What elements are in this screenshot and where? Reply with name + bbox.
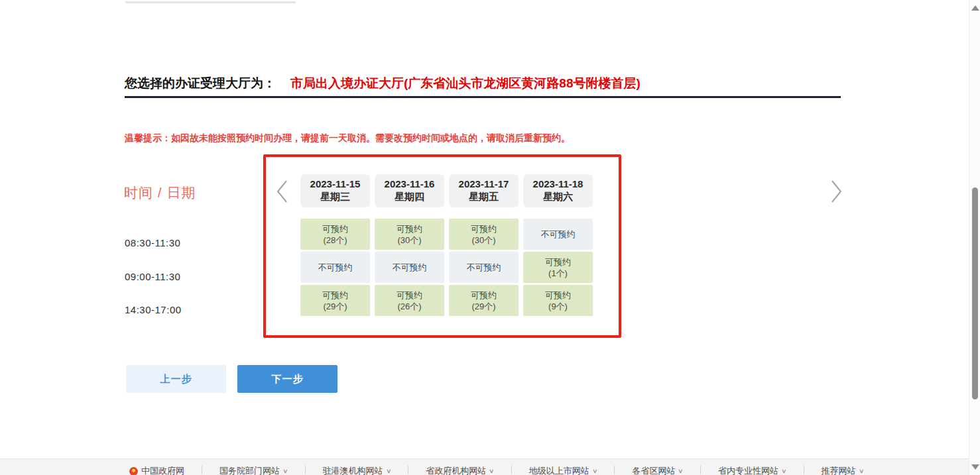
chevron-down-icon: ∨ [489,468,495,474]
slot-status-text: 可预约 [322,290,348,301]
date-text: 2023-11-15 [300,178,370,189]
footer-link-label: 中国政府网 [141,465,184,475]
time-date-axis-label: 时间 / 日期 [124,184,196,202]
hall-selection-value: 市局出入境办证大厅(广东省汕头市龙湖区黄河路88号附楼首层) [290,76,641,90]
slot-status-text: 可预约 [545,256,571,268]
slot-count-text: (28个) [323,235,347,246]
time-slot-label: 08:30-11:30 [125,237,180,248]
time-slot-label: 09:00-11:30 [125,271,180,282]
footer-link-label: 驻港澳机构网站 [323,465,383,475]
slot-count-text: (30个) [471,235,495,246]
date-text: 2023-11-17 [449,178,519,189]
slot-available-cell[interactable]: 可预约(1个) [523,252,593,283]
date-text: 2023-11-16 [375,178,444,189]
date-header: 2023-11-17星期五 [449,174,519,207]
slot-unavailable-cell: 不可预约 [375,252,444,283]
slot-available-cell[interactable]: 可预约(28个) [300,219,370,250]
footer-link-bar: 中国政府网国务院部门网站∨驻港澳机构网站∨省政府机构网站∨地级以上市网站∨各省区… [0,458,969,475]
chevron-down-icon: ∨ [781,468,787,474]
footer-link-7[interactable]: 省内专业性网站∨ [718,465,786,475]
slot-status-text: 可预约 [397,223,422,235]
slot-count-text: (26个) [397,301,421,312]
chevron-down-icon: ∨ [678,468,684,474]
date-header: 2023-11-16星期四 [375,174,444,207]
footer-link-5[interactable]: 地级以上市网站∨ [529,465,597,475]
date-header: 2023-11-18星期六 [523,174,593,207]
footer-link-label: 省内专业性网站 [718,465,778,475]
slot-available-cell[interactable]: 可预约(9个) [523,285,593,316]
top-divider [125,1,296,3]
footer-separator [305,466,306,474]
footer-link-1[interactable]: 中国政府网 [129,465,184,475]
weekday-text: 星期五 [449,191,519,203]
slot-status-text: 可预约 [471,290,497,301]
footer-link-3[interactable]: 驻港澳机构网站∨ [323,465,391,475]
page: 您选择的办证受理大厅为：市局出入境办证大厅(广东省汕头市龙湖区黄河路88号附楼首… [0,0,980,475]
footer-separator [511,466,512,474]
footer-link-label: 地级以上市网站 [529,465,589,475]
footer-separator [202,466,202,474]
footer-link-label: 省政府机构网站 [426,465,486,475]
next-dates-chevron-icon[interactable] [829,179,843,204]
slot-available-cell[interactable]: 可预约(30个) [449,219,519,250]
slot-unavailable-cell: 不可预约 [523,219,593,250]
footer-link-8[interactable]: 推荐网站∨ [822,465,864,475]
slot-status-text: 可预约 [545,290,571,301]
slot-count-text: (29个) [323,301,347,312]
footer-link-label: 推荐网站 [822,465,856,475]
slot-count-text: (30个) [397,235,421,246]
scroll-down-arrow-icon[interactable] [971,464,979,470]
hall-selection-label: 您选择的办证受理大厅为： [125,76,276,90]
footer-link-6[interactable]: 各省区网站∨ [632,465,683,475]
slot-status-text: 可预约 [397,290,422,301]
footer-link-label: 各省区网站 [632,465,675,475]
chevron-down-icon: ∨ [592,468,598,474]
previous-step-button[interactable]: 上一步 [126,365,226,393]
next-step-button[interactable]: 下一步 [237,365,337,393]
footer-separator [614,466,615,474]
slot-status-text: 不可预约 [393,262,427,273]
footer-separator [804,466,804,474]
hall-selection-heading: 您选择的办证受理大厅为：市局出入境办证大厅(广东省汕头市龙湖区黄河路88号附楼首… [125,75,841,92]
footer-separator [700,466,701,474]
slot-available-cell[interactable]: 可预约(30个) [375,219,444,250]
slot-count-text: (1个) [548,268,568,279]
previous-dates-chevron-icon[interactable] [275,179,290,204]
scroll-up-arrow-icon[interactable] [971,5,979,11]
chevron-down-icon: ∨ [282,468,288,474]
date-text: 2023-11-18 [523,178,593,189]
footer-link-4[interactable]: 省政府机构网站∨ [426,465,494,475]
weekday-text: 星期四 [375,191,444,203]
chevron-down-icon: ∨ [386,468,392,474]
heading-underline [125,96,841,98]
slot-count-text: (9个) [548,301,568,312]
weekday-text: 星期三 [300,191,370,203]
footer-separator [408,466,408,474]
footer-link-label: 国务院部门网站 [219,465,280,475]
slot-status-text: 可预约 [322,223,348,235]
slot-available-cell[interactable]: 可预约(29个) [449,285,519,316]
footer-link-2[interactable]: 国务院部门网站∨ [219,465,288,475]
time-slot-label: 14:30-17:00 [125,304,182,315]
notice-text: 温馨提示：如因故未能按照预约时间办理，请提前一天取消。需要改预约时间或地点的，请… [125,132,570,144]
slot-available-cell[interactable]: 可预约(26个) [375,285,444,316]
chevron-down-icon: ∨ [859,468,865,474]
availability-grid: 可预约(28个)可预约(30个)可预约(30个)不可预约不可预约不可预约不可预约… [300,219,593,316]
date-header: 2023-11-15星期三 [300,174,370,207]
slot-status-text: 不可预约 [318,262,353,273]
national-emblem-icon [129,467,138,475]
date-header-row: 2023-11-15星期三2023-11-16星期四2023-11-17星期五2… [300,174,593,207]
scrollbar-thumb[interactable] [972,187,978,399]
slot-unavailable-cell: 不可预约 [300,252,370,283]
weekday-text: 星期六 [523,191,593,203]
slot-count-text: (29个) [471,301,495,312]
vertical-scrollbar[interactable] [969,0,980,475]
slot-status-text: 不可预约 [541,229,576,240]
footer-links: 中国政府网国务院部门网站∨驻港澳机构网站∨省政府机构网站∨地级以上市网站∨各省区… [0,459,969,475]
slot-unavailable-cell: 不可预约 [449,252,519,283]
slot-available-cell[interactable]: 可预约(29个) [300,285,370,316]
slot-status-text: 可预约 [471,223,497,235]
slot-status-text: 不可预约 [467,262,501,273]
